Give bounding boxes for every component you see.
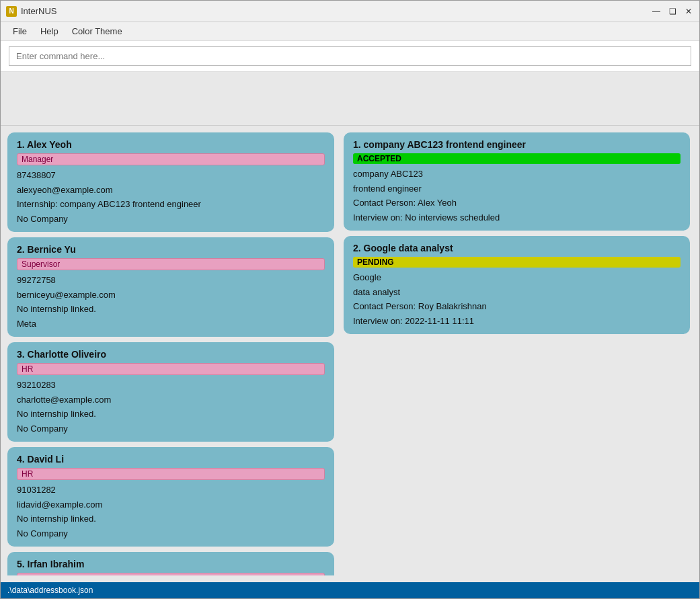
internship-detail: Contact Person: Alex Yeoh (353, 196, 680, 210)
person-detail: No internship linked. (17, 512, 325, 526)
menu-color-theme[interactable]: Color Theme (65, 24, 129, 39)
minimize-button[interactable]: — (651, 6, 662, 17)
status-badge: ACCEPTED (353, 153, 680, 164)
internship-detail: Google (353, 271, 680, 284)
person-card[interactable]: 1. Alex YeohManager87438807alexyeoh@exam… (7, 132, 334, 232)
role-badge: Manager (17, 153, 325, 165)
person-detail: No internship linked. (17, 407, 325, 421)
maximize-button[interactable]: ❑ (667, 6, 678, 17)
person-detail: No Company (17, 422, 325, 436)
role-badge: HR (17, 363, 325, 375)
internship-detail: Interview on: 2022-11-11 11:11 (353, 315, 680, 328)
person-card[interactable]: 4. David LiHR91031282lidavid@example.com… (7, 447, 334, 547)
menu-file[interactable]: File (6, 24, 34, 39)
person-name: 2. Bernice Yu (17, 244, 325, 255)
title-bar: N InterNUS — ❑ ✕ (1, 1, 699, 22)
person-name: 1. Alex Yeoh (17, 139, 325, 150)
status-text: .\data\addressbook.json (7, 586, 93, 595)
person-detail: charlotte@example.com (17, 393, 325, 407)
app-icon: N (6, 6, 17, 17)
person-detail: alexyeoh@example.com (17, 184, 325, 197)
main-content: 1. Alex YeohManager87438807alexyeoh@exam… (1, 126, 699, 582)
person-detail: 99272758 (17, 274, 325, 287)
person-detail: Internship: company ABC123 frontend engi… (17, 198, 325, 211)
internships-pane: 1. company ABC123 frontend engineerACCEP… (344, 132, 693, 575)
role-badge: HR (17, 468, 325, 480)
person-detail: 93210283 (17, 378, 325, 392)
person-detail: berniceyu@example.com (17, 288, 325, 302)
internship-detail: data analyst (353, 286, 680, 299)
internship-detail: company ABC123 (353, 167, 680, 181)
info-panel (1, 72, 699, 126)
internship-card[interactable]: 2. Google data analystPENDINGGoogledata … (344, 236, 690, 334)
internship-detail: Interview on: No interviews scheduled (353, 211, 680, 225)
internship-detail: Contact Person: Roy Balakrishnan (353, 300, 680, 313)
person-name: 5. Irfan Ibrahim (17, 559, 325, 569)
person-card[interactable]: 2. Bernice YuSupervisor99272758berniceyu… (7, 237, 334, 337)
command-input[interactable] (9, 46, 691, 66)
person-detail: No Company (17, 212, 325, 226)
internship-title: 2. Google data analyst (353, 243, 680, 253)
internship-card[interactable]: 1. company ABC123 frontend engineerACCEP… (344, 132, 690, 231)
person-card[interactable]: 3. Charlotte OliveiroHR93210283charlotte… (7, 342, 334, 442)
window-controls: — ❑ ✕ (651, 6, 694, 17)
menu-bar: File Help Color Theme (1, 22, 699, 41)
command-bar (1, 41, 699, 72)
internship-title: 1. company ABC123 frontend engineer (353, 139, 680, 150)
person-name: 3. Charlotte Oliveiro (17, 349, 325, 360)
person-card[interactable]: 5. Irfan IbrahimHR92492021irfan@example.… (7, 552, 334, 575)
menu-help[interactable]: Help (34, 24, 65, 39)
internship-detail: frontend engineer (353, 182, 680, 196)
person-detail: No Company (17, 527, 325, 541)
person-detail: No internship linked. (17, 303, 325, 316)
close-button[interactable]: ✕ (683, 6, 694, 17)
app-title: InterNUS (21, 6, 651, 16)
role-badge: HR (17, 573, 325, 575)
persons-pane: 1. Alex YeohManager87438807alexyeoh@exam… (7, 132, 337, 575)
person-detail: lidavid@example.com (17, 498, 325, 512)
person-detail: 87438807 (17, 169, 325, 182)
person-name: 4. David Li (17, 454, 325, 465)
role-badge: Supervisor (17, 258, 325, 270)
person-detail: 91031282 (17, 483, 325, 497)
status-badge: PENDING (353, 257, 680, 268)
status-bar: .\data\addressbook.json (1, 582, 699, 598)
person-detail: Meta (17, 317, 325, 331)
